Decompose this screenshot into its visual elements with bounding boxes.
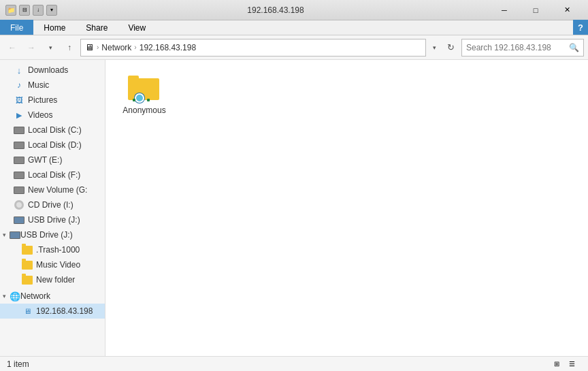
sidebar-label-usb-j1: USB Drive (J:) — [28, 215, 80, 225]
sidebar-item-new-volume-g[interactable]: New Volume (G: — [0, 182, 105, 197]
search-input[interactable] — [466, 43, 569, 52]
anonymous-folder-icon — [128, 73, 161, 103]
ip-192-icon: 🖥 — [22, 306, 33, 317]
sidebar-label-gwt-e: GWT (E:) — [28, 155, 62, 165]
sidebar-item-downloads[interactable]: ↓ Downloads — [0, 63, 105, 78]
disk-d-icon — [14, 140, 24, 150]
path-arrow-1: › — [97, 44, 99, 51]
title-bar-icons: 📁 ⊟ ↓ ▾ — [5, 5, 57, 16]
sidebar-item-usb-j1[interactable]: USB Drive (J:) — [0, 212, 105, 227]
sidebar-label-network: Network — [20, 291, 50, 301]
sidebar-label-ip-192: 192.168.43.198 — [36, 306, 93, 316]
sidebar-item-pictures[interactable]: 🖼 Pictures — [0, 93, 105, 108]
gwt-e-icon — [14, 155, 24, 165]
app-icon: 📁 — [5, 5, 16, 16]
file-item-anonymous-label: Anonymous — [122, 106, 165, 115]
path-arrow-2: › — [134, 44, 136, 51]
back-button[interactable]: ← — [4, 39, 20, 56]
sidebar-item-usb-j-group[interactable]: ▾ USB Drive (J:) — [0, 227, 105, 242]
music-icon: ♪ — [14, 80, 24, 91]
path-network[interactable]: Network — [101, 43, 131, 52]
forward-button[interactable]: → — [23, 39, 39, 56]
disk-f-icon — [14, 170, 24, 180]
path-computer-icon: 🖥 — [85, 42, 94, 52]
cd-i-icon — [14, 199, 24, 210]
quick-access-icon2[interactable]: ↓ — [33, 5, 44, 16]
new-folder-icon — [22, 274, 33, 285]
videos-icon: ▶ — [14, 110, 24, 120]
sidebar-label-downloads: Downloads — [28, 65, 68, 75]
tab-home[interactable]: Home — [33, 20, 76, 35]
status-bar: 1 item ⊞ ☰ — [0, 356, 588, 371]
sidebar-label-new-volume-g: New Volume (G: — [28, 185, 87, 195]
search-box[interactable]: 🔍 — [461, 39, 584, 57]
sidebar-label-disk-c: Local Disk (C:) — [28, 125, 82, 135]
sidebar-item-music[interactable]: ♪ Music — [0, 78, 105, 93]
tab-view[interactable]: View — [118, 20, 156, 35]
sidebar-label-new-folder: New folder — [36, 275, 75, 285]
title-bar: 📁 ⊟ ↓ ▾ 192.168.43.198 ─ □ ✕ — [0, 0, 588, 20]
sidebar-label-disk-f: Local Disk (F:) — [28, 170, 80, 180]
main-layout: ↓ Downloads ♪ Music 🖼 Pictures ▶ Videos … — [0, 60, 588, 356]
sidebar-item-disk-c[interactable]: Local Disk (C:) — [0, 123, 105, 138]
sidebar-item-music-video[interactable]: Music Video — [0, 257, 105, 272]
refresh-button[interactable]: ↻ — [442, 39, 459, 56]
tab-file[interactable]: File — [0, 20, 33, 35]
sidebar-label-pictures: Pictures — [28, 95, 57, 105]
tab-share[interactable]: Share — [76, 20, 118, 35]
path-ip: 192.168.43.198 — [140, 43, 196, 52]
minimize-button[interactable]: ─ — [489, 0, 520, 20]
downloads-icon: ↓ — [14, 65, 24, 76]
sidebar-item-disk-d[interactable]: Local Disk (D:) — [0, 138, 105, 152]
window-controls: ─ □ ✕ — [489, 0, 583, 20]
recent-locations-button[interactable]: ▾ — [42, 39, 59, 56]
sidebar: ↓ Downloads ♪ Music 🖼 Pictures ▶ Videos … — [0, 60, 105, 356]
quick-access-dropdown[interactable]: ▾ — [46, 5, 57, 16]
sidebar-label-cd-i: CD Drive (I:) — [28, 200, 74, 210]
new-volume-g-icon — [14, 184, 24, 195]
pictures-icon: 🖼 — [14, 95, 24, 106]
address-bar: ← → ▾ ↑ 🖥 › Network › 192.168.43.198 ▾ ↻… — [0, 35, 588, 60]
network-icon: 🌐 — [10, 291, 20, 302]
path-dropdown-button[interactable]: ▾ — [429, 39, 440, 56]
search-icon: 🔍 — [569, 43, 579, 52]
view-grid-button[interactable]: ⊞ — [550, 358, 564, 370]
trash-1000-icon — [22, 244, 33, 255]
network-expand-arrow: ▾ — [3, 293, 10, 300]
help-button[interactable]: ? — [573, 20, 588, 35]
window-title: 192.168.43.198 — [63, 5, 489, 15]
disk-c-icon — [14, 125, 24, 135]
sidebar-item-videos[interactable]: ▶ Videos — [0, 108, 105, 123]
sidebar-item-disk-f[interactable]: Local Disk (F:) — [0, 167, 105, 182]
sidebar-item-cd-i[interactable]: CD Drive (I:) — [0, 197, 105, 212]
sidebar-item-ip-192[interactable]: 🖥 192.168.43.198 — [0, 304, 105, 319]
sidebar-label-usb-j-group: USB Drive (J:) — [20, 230, 73, 240]
sidebar-item-gwt-e[interactable]: GWT (E:) — [0, 152, 105, 167]
view-list-button[interactable]: ☰ — [565, 358, 578, 370]
sidebar-label-videos: Videos — [28, 110, 52, 120]
usb-expand-arrow: ▾ — [3, 231, 10, 238]
quick-access-icon1[interactable]: ⊟ — [19, 5, 30, 16]
up-button[interactable]: ↑ — [61, 39, 78, 56]
sidebar-item-trash-1000[interactable]: .Trash-1000 — [0, 242, 105, 257]
usb-j-group-icon — [10, 231, 20, 239]
sidebar-label-trash-1000: .Trash-1000 — [36, 245, 80, 255]
sidebar-label-music: Music — [28, 80, 49, 90]
view-toggles: ⊞ ☰ — [550, 358, 578, 370]
address-path[interactable]: 🖥 › Network › 192.168.43.198 — [80, 39, 426, 57]
content-area: Anonymous — [105, 60, 588, 356]
sidebar-item-network[interactable]: ▾ 🌐 Network — [0, 289, 105, 304]
file-item-anonymous[interactable]: Anonymous — [114, 68, 175, 120]
sidebar-label-music-video: Music Video — [36, 260, 80, 270]
item-count: 1 item — [7, 359, 29, 369]
sidebar-item-new-folder[interactable]: New folder — [0, 272, 105, 287]
ribbon-tabs: File Home Share View ? — [0, 20, 588, 35]
music-video-icon — [22, 259, 33, 270]
close-button[interactable]: ✕ — [551, 0, 583, 20]
sidebar-label-disk-d: Local Disk (D:) — [28, 140, 82, 150]
usb-j1-icon — [14, 214, 24, 225]
maximize-button[interactable]: □ — [520, 0, 551, 20]
